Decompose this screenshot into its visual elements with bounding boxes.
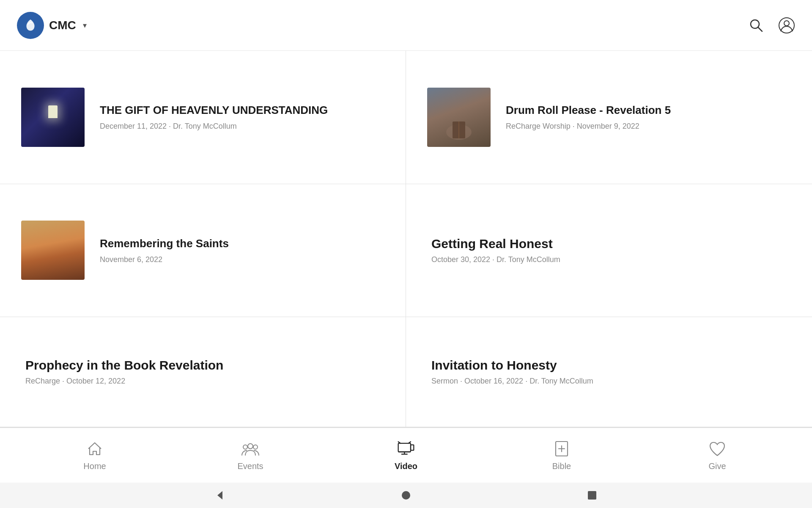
header-left: CMC ▾ [17, 12, 87, 39]
card-meta: November 6, 2022 [100, 255, 229, 264]
org-name: CMC [49, 19, 76, 32]
nav-home[interactable]: Home [74, 439, 116, 471]
card-thumbnail-saints [21, 221, 85, 280]
svg-point-19 [402, 491, 410, 500]
svg-point-9 [253, 445, 258, 449]
card-text: THE GIFT OF HEAVENLY UNDERSTANDING Decem… [100, 103, 328, 131]
card-text: Remembering the Saints November 6, 2022 [100, 237, 229, 264]
profile-button[interactable] [778, 17, 795, 34]
svg-point-7 [243, 445, 247, 449]
give-icon [708, 439, 727, 458]
nav-events-label: Events [237, 461, 263, 471]
card-meta: October 30, 2022 · Dr. Tony McCollum [431, 255, 787, 264]
svg-point-0 [751, 20, 759, 28]
svg-point-3 [784, 21, 789, 26]
card-remembering-saints[interactable]: Remembering the Saints November 6, 2022 [0, 184, 406, 318]
card-meta: ReCharge Worship · November 9, 2022 [506, 122, 671, 131]
system-navigation-bar [0, 483, 812, 508]
header-right [748, 17, 795, 34]
nav-video[interactable]: Video [385, 439, 427, 471]
org-logo[interactable] [17, 12, 44, 39]
nav-video-label: Video [395, 461, 417, 471]
recents-button[interactable] [583, 486, 601, 505]
svg-point-8 [248, 444, 253, 449]
events-icon [241, 439, 260, 458]
home-icon [85, 439, 104, 458]
nav-home-label: Home [83, 461, 106, 471]
card-title: Getting Real Honest [431, 237, 787, 251]
card-meta: ReCharge · October 12, 2022 [25, 377, 380, 386]
nav-bible-label: Bible [552, 461, 571, 471]
svg-rect-10 [398, 443, 411, 452]
card-title: THE GIFT OF HEAVENLY UNDERSTANDING [100, 103, 328, 118]
card-thumbnail-heavenly [21, 88, 85, 147]
card-text: Drum Roll Please - Revelation 5 ReCharge… [506, 103, 671, 131]
back-button[interactable] [211, 486, 229, 505]
bible-icon [552, 439, 571, 458]
content-grid: THE GIFT OF HEAVENLY UNDERSTANDING Decem… [0, 51, 812, 428]
svg-rect-20 [588, 491, 596, 500]
app-header: CMC ▾ [0, 0, 812, 51]
svg-marker-18 [217, 491, 222, 500]
card-drum-roll[interactable]: Drum Roll Please - Revelation 5 ReCharge… [406, 51, 812, 184]
svg-rect-11 [411, 445, 414, 450]
nav-events[interactable]: Events [229, 439, 272, 471]
card-prophecy-revelation[interactable]: Prophecy in the Book Revelation ReCharge… [0, 317, 406, 427]
card-meta: Sermon · October 16, 2022 · Dr. Tony McC… [431, 377, 787, 386]
svg-line-1 [758, 28, 762, 31]
nav-give-label: Give [708, 461, 726, 471]
bottom-navigation: Home Events V [0, 428, 812, 483]
card-getting-real-honest[interactable]: Getting Real Honest October 30, 2022 · D… [406, 184, 812, 318]
video-icon [397, 439, 415, 458]
card-title: Drum Roll Please - Revelation 5 [506, 103, 671, 118]
search-button[interactable] [748, 17, 765, 34]
chevron-down-icon[interactable]: ▾ [83, 21, 87, 30]
card-title: Invitation to Honesty [431, 358, 787, 373]
nav-bible[interactable]: Bible [540, 439, 583, 471]
card-meta: December 11, 2022 · Dr. Tony McCollum [100, 122, 328, 131]
nav-give[interactable]: Give [696, 439, 738, 471]
card-heavenly-understanding[interactable]: THE GIFT OF HEAVENLY UNDERSTANDING Decem… [0, 51, 406, 184]
card-title: Prophecy in the Book Revelation [25, 358, 380, 373]
card-invitation-honesty[interactable]: Invitation to Honesty Sermon · October 1… [406, 317, 812, 427]
card-title: Remembering the Saints [100, 237, 229, 251]
card-thumbnail-hands [427, 88, 491, 147]
home-button[interactable] [397, 486, 415, 505]
